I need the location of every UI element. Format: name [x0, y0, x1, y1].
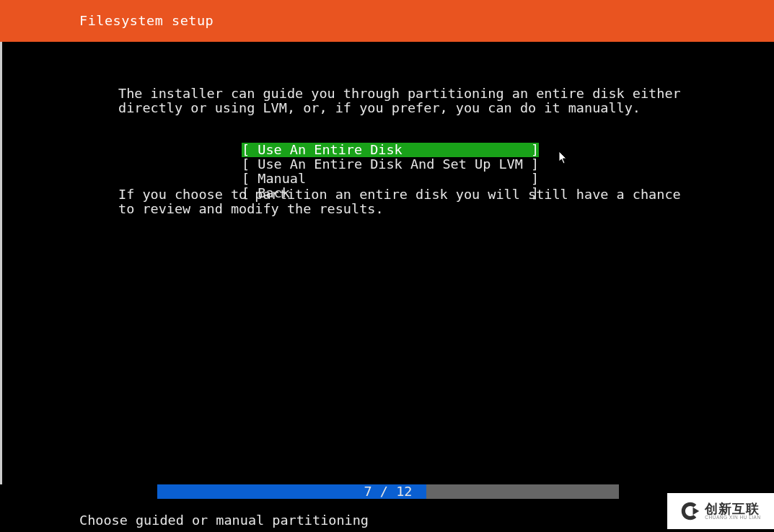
left-border: [0, 42, 2, 484]
progress-text: 7 / 12: [157, 484, 619, 499]
watermark-logo-icon: [680, 501, 700, 521]
description-para-1: The installer can guide you through part…: [118, 87, 681, 115]
menu-item-back[interactable]: [ Back ]: [242, 186, 539, 200]
menu-item-use-entire-disk[interactable]: [ Use An Entire Disk ]: [242, 143, 539, 157]
watermark-en: CHUANG XIN HU LIAN: [705, 515, 760, 520]
page-title: Filesystem setup: [79, 14, 214, 28]
menu-item-use-entire-disk-lvm[interactable]: [ Use An Entire Disk And Set Up LVM ]: [242, 157, 539, 172]
watermark-cn: 创新互联: [705, 502, 760, 515]
watermark: 创新互联 CHUANG XIN HU LIAN: [667, 493, 774, 529]
menu-item-manual[interactable]: [ Manual ]: [242, 172, 539, 186]
progress-bar: 7 / 12: [157, 484, 619, 499]
footer-hint: Choose guided or manual partitioning: [79, 513, 369, 528]
installer-header: Filesystem setup: [0, 0, 774, 42]
partition-menu: [ Use An Entire Disk ] [ Use An Entire D…: [242, 143, 539, 200]
